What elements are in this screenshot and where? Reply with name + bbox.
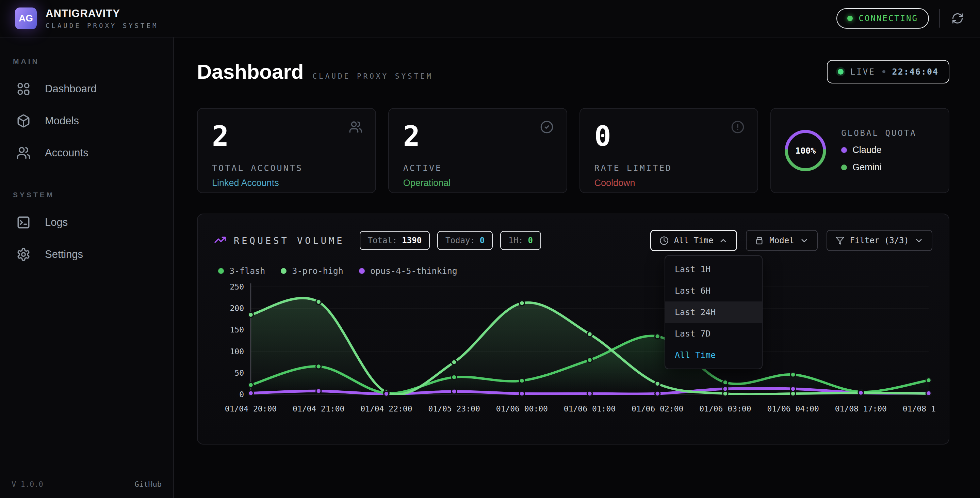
quota-legend-gemini: Gemini <box>841 162 916 173</box>
quota-ring: 100% <box>783 128 828 173</box>
legend-label: 3-pro-high <box>292 266 343 276</box>
total-requests-badge: Total: 1390 <box>360 231 430 250</box>
svg-text:01/06 04:00: 01/06 04:00 <box>767 404 819 413</box>
svg-text:01/06 00:00: 01/06 00:00 <box>496 404 548 413</box>
svg-text:100: 100 <box>230 347 244 356</box>
badge-label: Total: <box>368 236 398 245</box>
svg-text:01/06 02:00: 01/06 02:00 <box>632 404 683 413</box>
sidebar-item-label: Dashboard <box>45 83 97 95</box>
brand: ANTIGRAVITY CLAUDE PROXY SYSTEM <box>46 8 158 29</box>
series-dot-icon <box>359 268 365 274</box>
badge-value: 0 <box>528 236 533 245</box>
badge-label: Today: <box>445 236 475 245</box>
svg-text:200: 200 <box>230 304 244 313</box>
live-status-badge: LIVE 22:46:04 <box>827 60 950 83</box>
users-icon <box>16 146 30 160</box>
time-range-label: All Time <box>674 236 714 245</box>
dropdown-item-last-6h[interactable]: Last 6H <box>665 280 762 302</box>
chevron-up-icon <box>719 236 728 245</box>
badge-value: 1390 <box>402 236 422 245</box>
main-content: Dashboard CLAUDE PROXY SYSTEM LIVE 22:46… <box>175 38 980 498</box>
connection-status-label: CONNECTING <box>859 14 918 23</box>
time-range-dropdown: Last 1H Last 6H Last 24H Last 7D All Tim… <box>665 255 762 369</box>
card-subtext: Cooldown <box>595 178 743 188</box>
refresh-button[interactable] <box>950 11 965 26</box>
sidebar-item-dashboard[interactable]: Dashboard <box>11 73 162 105</box>
terminal-icon <box>16 215 30 230</box>
today-requests-badge: Today: 0 <box>437 231 493 250</box>
svg-text:01/05 23:00: 01/05 23:00 <box>428 404 480 413</box>
app-logo: AG <box>15 8 37 29</box>
legend-item-opus-4-5-thinking: opus-4-5-thinking <box>359 266 457 276</box>
card-active: 2 ACTIVE Operational <box>388 108 567 193</box>
model-filter-button[interactable]: Model <box>746 230 817 251</box>
connection-status-badge: CONNECTING <box>837 8 929 29</box>
cube-icon <box>16 114 30 128</box>
app-version: V 1.0.0 <box>11 480 43 488</box>
dropdown-item-last-7d[interactable]: Last 7D <box>665 323 762 345</box>
svg-text:01/08 17:00: 01/08 17:00 <box>835 404 887 413</box>
series-dot-icon <box>218 268 224 274</box>
card-label: TOTAL ACCOUNTS <box>212 163 361 173</box>
alert-circle-icon <box>731 120 745 135</box>
legend-label: opus-4-5-thinking <box>370 266 457 276</box>
sidebar-item-label: Logs <box>45 216 68 228</box>
badge-label: 1H: <box>508 236 523 245</box>
svg-text:250: 250 <box>230 283 244 291</box>
live-label: LIVE <box>850 67 875 77</box>
card-label: ACTIVE <box>403 163 552 173</box>
dropdown-item-last-24h[interactable]: Last 24H <box>665 302 762 323</box>
live-dot-icon <box>838 69 843 75</box>
svg-text:01/06 03:00: 01/06 03:00 <box>699 404 751 413</box>
sidebar-item-settings[interactable]: Settings <box>11 238 162 270</box>
model-filter-label: Model <box>769 236 794 245</box>
sidebar-item-models[interactable]: Models <box>11 105 162 137</box>
card-subtext: Operational <box>403 178 552 188</box>
total-accounts-value: 2 <box>212 121 361 152</box>
legend-label: 3-flash <box>229 266 265 276</box>
svg-text:0: 0 <box>239 390 244 399</box>
svg-text:01/04 21:00: 01/04 21:00 <box>293 404 344 413</box>
refresh-icon <box>951 12 964 24</box>
sidebar-item-label: Models <box>45 115 79 127</box>
svg-text:01/04 22:00: 01/04 22:00 <box>360 404 412 413</box>
gear-icon <box>16 247 30 262</box>
app-subtitle: CLAUDE PROXY SYSTEM <box>46 22 158 29</box>
separator-dot-icon <box>882 70 885 73</box>
page-subtitle: CLAUDE PROXY SYSTEM <box>312 72 433 80</box>
quota-legend-label: Gemini <box>853 162 882 173</box>
trending-up-icon <box>214 234 226 247</box>
active-value: 2 <box>403 121 552 152</box>
stat-cards-row: 2 TOTAL ACCOUNTS Linked Accounts 2 ACTIV… <box>197 108 950 193</box>
card-global-quota: 100% GLOBAL QUOTA Claude Gemini <box>770 108 950 193</box>
panel-title: REQUEST VOLUME <box>234 235 345 246</box>
funnel-icon <box>835 236 845 245</box>
sidebar-item-label: Accounts <box>45 147 89 159</box>
dropdown-item-all-time[interactable]: All Time <box>665 345 762 366</box>
svg-text:01/08 18:00: 01/08 18:00 <box>903 404 935 413</box>
sidebar-item-accounts[interactable]: Accounts <box>11 137 162 169</box>
quota-label: GLOBAL QUOTA <box>841 128 916 138</box>
box-icon <box>755 236 764 245</box>
topbar: AG ANTIGRAVITY CLAUDE PROXY SYSTEM CONNE… <box>0 0 980 37</box>
filter-button[interactable]: Filter (3/3) <box>827 230 932 251</box>
chevron-down-icon <box>800 236 809 245</box>
dropdown-item-last-1h[interactable]: Last 1H <box>665 259 762 280</box>
sidebar-section-system: SYSTEM <box>13 191 162 199</box>
app-title: ANTIGRAVITY <box>46 8 158 20</box>
status-dot-icon <box>847 16 853 21</box>
page-title: Dashboard <box>197 60 304 83</box>
users-icon <box>349 120 363 135</box>
time-range-button[interactable]: All Time <box>650 230 737 251</box>
quota-percent: 100% <box>783 128 828 173</box>
legend-item-3-pro-high: 3-pro-high <box>281 266 343 276</box>
badge-value: 0 <box>480 236 485 245</box>
svg-text:01/04 20:00: 01/04 20:00 <box>225 404 277 413</box>
sidebar-section-main: MAIN <box>13 57 162 65</box>
chevron-down-icon <box>914 236 924 245</box>
sidebar-item-logs[interactable]: Logs <box>11 206 162 238</box>
grid-icon <box>16 82 30 96</box>
topbar-divider <box>939 9 940 27</box>
github-link[interactable]: GitHub <box>135 480 162 488</box>
request-volume-panel: REQUEST VOLUME Total: 1390 Today: 0 1H: … <box>197 214 950 445</box>
